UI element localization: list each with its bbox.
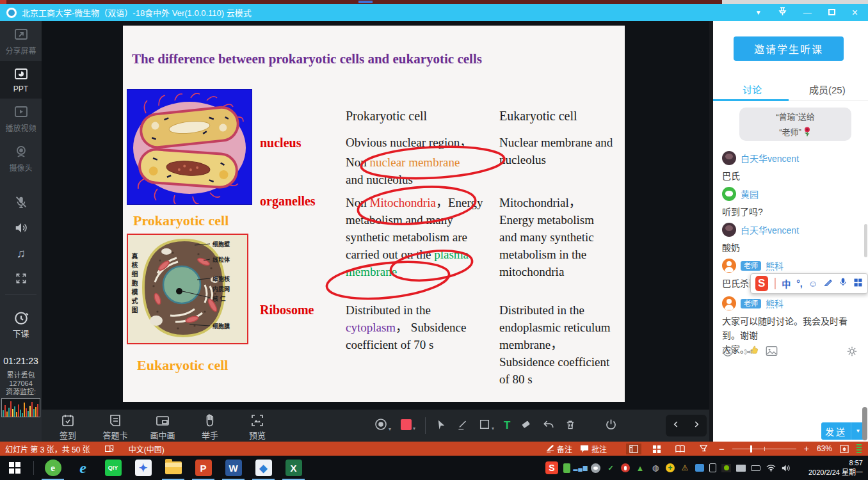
tray-wechat-icon[interactable] (591, 463, 600, 473)
taskbar-powerpoint[interactable]: P (188, 456, 218, 480)
tray-power-icon[interactable] (751, 465, 760, 471)
answer-card-button[interactable]: 答题卡 (98, 410, 133, 442)
fullscreen-button[interactable] (0, 266, 42, 291)
tray-usb-icon[interactable] (709, 463, 716, 472)
tray-shield-green-icon[interactable]: ▲ (635, 463, 645, 473)
tab-discussion[interactable]: 讨论 (743, 83, 762, 96)
zoom-slider-thumb[interactable] (750, 445, 752, 452)
col-header-prokaryotic: Prokaryotic cell (346, 109, 488, 124)
fit-to-window-button[interactable] (840, 445, 849, 453)
prev-slide-button[interactable] (671, 420, 680, 431)
undo-tool[interactable] (542, 418, 555, 433)
zoom-level[interactable]: 63% (817, 444, 832, 453)
image-icon[interactable] (766, 346, 778, 358)
minimize-button[interactable]: — (803, 8, 812, 17)
row-label-organelles: organelles (260, 194, 316, 209)
sidebar-item-camera[interactable]: 摄像头 (0, 138, 42, 178)
tray-display-icon[interactable] (736, 465, 746, 472)
start-button[interactable] (0, 456, 29, 480)
comments-button[interactable]: 批注 (580, 444, 607, 454)
app-logo-icon (6, 8, 17, 18)
zoom-in-button[interactable]: + (804, 444, 809, 454)
check-in-button[interactable]: 签到 (51, 410, 85, 442)
slideshow-view-button[interactable] (696, 444, 711, 454)
panel-scrollbar[interactable] (862, 407, 867, 440)
taskbar-study-app[interactable]: ◆ (248, 456, 278, 480)
tray-pc-manager-icon[interactable] (695, 464, 704, 472)
language-indicator[interactable]: 中文(中国) (129, 444, 165, 454)
tray-wifi-icon[interactable] (766, 463, 776, 473)
emoji-icon[interactable] (722, 346, 734, 359)
ime-mode-chinese[interactable]: 中 (782, 277, 791, 290)
pen-tool[interactable] (457, 419, 469, 433)
shape-tool[interactable]: ▾ (479, 419, 494, 433)
preview-icon (250, 413, 265, 428)
end-class-button[interactable]: 下课 (0, 299, 42, 339)
zoom-slider[interactable] (732, 449, 796, 449)
ime-mic-icon[interactable] (839, 277, 848, 290)
reading-view-button[interactable] (672, 444, 688, 454)
sidebar-item-ppt[interactable]: PPT (0, 61, 42, 99)
taskbar-file-explorer[interactable] (158, 456, 188, 480)
taskbar-internet-explorer[interactable]: e (68, 456, 98, 480)
ime-punctuation[interactable]: °, (796, 278, 803, 289)
avatar (722, 259, 736, 273)
tray-signal-icon[interactable]: ▂▄▆ (575, 463, 586, 473)
chat-scrollbar[interactable] (864, 224, 867, 257)
taskbar-iqiyi[interactable]: QIY (98, 456, 128, 480)
pen-color-swatch[interactable]: ▾ (401, 419, 415, 433)
tray-nvidia-icon[interactable] (721, 464, 731, 472)
message-input[interactable] (713, 362, 868, 417)
send-button[interactable]: 发送 (821, 422, 851, 440)
diagram-side-label: 真核细胞模式图 (131, 253, 139, 316)
tab-members[interactable]: 成员(25) (809, 83, 846, 96)
tray-phone-icon[interactable] (563, 463, 570, 473)
screen: 北京工商大学-微生物（双语）-18食中外 Ver(1.0.0.110) 云模式 … (0, 0, 868, 480)
zoom-out-button[interactable]: − (719, 444, 725, 454)
tray-antivirus-icon[interactable]: + (666, 463, 675, 472)
power-tool[interactable] (604, 418, 618, 434)
tray-satellite-icon[interactable]: ◍ (650, 463, 661, 473)
tray-mouse-icon[interactable] (621, 463, 630, 472)
taskbar-thunder[interactable]: ✦ (128, 456, 158, 480)
raise-hand-button[interactable]: 举手 (193, 410, 227, 442)
sogou-logo-icon[interactable]: S (755, 276, 768, 291)
clear-all-tool[interactable] (565, 419, 576, 433)
sidebar-item-play-video[interactable]: 播放视频 (0, 99, 42, 138)
tray-volume-icon[interactable] (781, 463, 791, 473)
taskbar-excel[interactable]: X (278, 456, 309, 480)
tray-sync-check-icon[interactable]: ✓ (606, 463, 616, 473)
pen-size-tool[interactable]: ▾ (374, 418, 391, 433)
mic-muted-button[interactable] (0, 189, 42, 215)
taskbar-word[interactable]: W (218, 456, 248, 480)
notes-button[interactable]: 备注 (546, 444, 572, 454)
tray-sogou-icon[interactable]: S (545, 461, 558, 474)
taskbar-clock[interactable]: 8:57 2020/2/24 星期一 (796, 458, 863, 477)
row-label-ribosome: Ribosome (260, 303, 314, 317)
cursor-tool[interactable] (435, 419, 447, 433)
close-button[interactable]: × (852, 7, 858, 19)
ime-emoji-icon[interactable]: ☺ (808, 278, 817, 289)
maximize-button[interactable] (828, 8, 835, 17)
pip-button[interactable]: 画中画 (145, 410, 180, 442)
settings-gear-icon[interactable] (846, 346, 858, 359)
taskbar-360-browser[interactable]: e (38, 456, 68, 480)
music-button[interactable]: ♫ (0, 241, 42, 266)
ppt-icon (0, 67, 42, 82)
eraser-tool[interactable] (520, 418, 533, 433)
text-tool[interactable]: T (504, 419, 510, 432)
sidebar-item-share-screen[interactable]: 分享屏幕 (0, 21, 42, 61)
speaker-button[interactable] (0, 215, 42, 241)
next-slide-button[interactable] (692, 420, 701, 431)
dropdown-arrow-icon[interactable]: ▼ (755, 9, 762, 16)
invite-students-button[interactable]: 邀请学生听课 (734, 36, 844, 61)
slide-sorter-view-button[interactable] (649, 444, 664, 454)
spellcheck-icon[interactable] (104, 445, 115, 453)
tray-defender-icon[interactable]: ⚠ (680, 463, 690, 473)
screenshot-scissors-icon[interactable]: ✂ (744, 346, 753, 359)
pin-icon[interactable] (778, 7, 787, 18)
preview-button[interactable]: 预览 (240, 410, 275, 442)
ime-keyboard-grid-icon[interactable] (853, 278, 863, 290)
normal-view-button[interactable] (626, 444, 641, 454)
ime-handwriting-icon[interactable] (823, 278, 833, 290)
